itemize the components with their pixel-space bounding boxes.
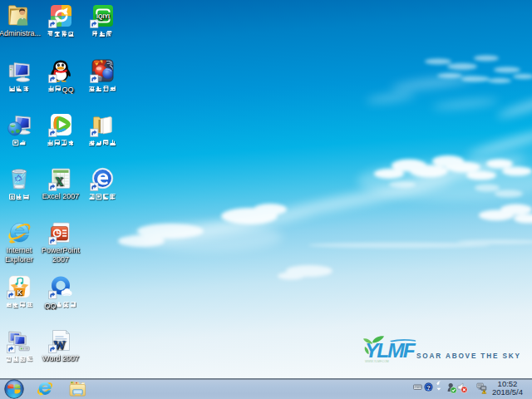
svg-text:?: ? bbox=[426, 384, 431, 392]
svg-text:QQ: QQ bbox=[44, 302, 56, 310]
svg-text:YLMF: YLMF bbox=[365, 339, 416, 362]
svg-text:SOAR ABOVE THE SKY: SOAR ABOVE THE SKY bbox=[416, 352, 521, 360]
svg-text:iQIYI: iQIYI bbox=[96, 13, 110, 20]
svg-text:QQ: QQ bbox=[62, 86, 73, 94]
svg-text:K: K bbox=[17, 288, 22, 297]
svg-text:WWW.YLMF.COM: WWW.YLMF.COM bbox=[365, 360, 389, 363]
